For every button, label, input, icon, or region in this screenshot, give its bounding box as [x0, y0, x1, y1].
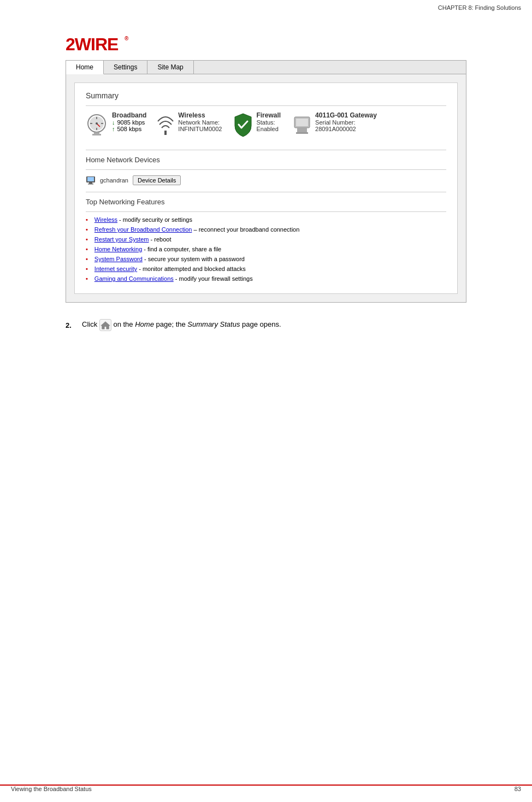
svg-rect-21	[87, 177, 94, 181]
feature-link-gaming[interactable]: Gaming and Communications	[94, 275, 174, 282]
nav-tab-home[interactable]: Home	[66, 61, 104, 74]
device-details-button[interactable]: Device Details	[133, 175, 181, 185]
feature-link-broadband[interactable]: Refresh your Broadband Connection	[94, 226, 192, 233]
step-number: 2.	[66, 321, 76, 329]
firewall-details: Firewall Status: Enabled	[256, 111, 281, 132]
feature-link-wireless[interactable]: Wireless	[94, 216, 117, 223]
features-title: Top Networking Features	[86, 198, 446, 206]
summary-row: Broadband ↓ 9085 kbps ↑ 508 kbps	[86, 111, 446, 141]
gateway-icon	[292, 111, 311, 136]
svg-rect-22	[89, 182, 92, 184]
feature-item-restart: Restart your System - reboot	[86, 236, 446, 243]
footer-left: Viewing the Broadband Status	[11, 786, 92, 792]
svg-rect-18	[297, 128, 307, 132]
features-list: Wireless - modify security or settings R…	[86, 216, 446, 282]
device-computer-icon	[86, 175, 96, 185]
svg-point-9	[96, 122, 98, 125]
firewall-icon	[233, 111, 252, 136]
svg-rect-23	[88, 184, 93, 185]
feature-link-restart[interactable]: Restart your System	[94, 236, 149, 243]
feature-item-broadband: Refresh your Broadband Connection – reco…	[86, 226, 446, 233]
svg-rect-19	[296, 132, 308, 134]
broadband-details: Broadband ↓ 9085 kbps ↑ 508 kbps	[112, 111, 146, 132]
instruction-row: 2. Click on the Home page; the Summary S…	[66, 319, 466, 331]
feature-item-wireless: Wireless - modify security or settings	[86, 216, 446, 223]
main-content: 2WIRE ® Home Settings Site Map Summary	[0, 0, 532, 364]
svg-rect-14	[296, 119, 308, 126]
device-row: gchandran Device Details	[86, 175, 446, 185]
nav-tab-settings[interactable]: Settings	[104, 61, 147, 74]
broadband-item: Broadband ↓ 9085 kbps ↑ 508 kbps	[86, 111, 146, 136]
wireless-details: Wireless Network Name: INFINITUM0002	[178, 111, 222, 132]
svg-rect-12	[164, 131, 167, 135]
browser-content: Summary	[66, 74, 466, 302]
svg-text:2WIRE: 2WIRE	[66, 34, 119, 54]
speed-up: ↑ 508 kbps	[112, 126, 146, 132]
logo: 2WIRE ®	[66, 33, 466, 55]
summary-title: Summary	[86, 91, 446, 100]
feature-item-home-networking: Home Networking - find a computer, share…	[86, 246, 446, 252]
gateway-item: 4011G-001 Gateway Serial Number: 28091A0…	[292, 111, 377, 136]
device-name: gchandran	[100, 177, 128, 184]
speed-down: ↓ 9085 kbps	[112, 119, 146, 126]
chapter-title: CHAPTER 8: Finding Solutions	[438, 4, 521, 11]
svg-marker-24	[101, 322, 110, 329]
svg-rect-11	[92, 134, 101, 135]
feature-item-password: System Password - secure your system wit…	[86, 256, 446, 262]
firewall-item: Firewall Status: Enabled	[233, 111, 281, 136]
nav-tab-sitemap[interactable]: Site Map	[147, 61, 193, 74]
browser-mockup: Home Settings Site Map Summary	[66, 60, 466, 303]
page-footer: Viewing the Broadband Status 83	[0, 785, 532, 792]
logo-svg: 2WIRE ®	[66, 33, 131, 55]
nav-bar: Home Settings Site Map	[66, 61, 466, 74]
inner-panel: Summary	[74, 82, 458, 294]
feature-link-password[interactable]: System Password	[94, 256, 143, 262]
feature-link-security[interactable]: Internet security	[94, 266, 137, 272]
feature-item-gaming: Gaming and Communications - modify your …	[86, 275, 446, 282]
broadband-icon	[86, 111, 108, 136]
footer-right: 83	[515, 786, 521, 792]
page-header: CHAPTER 8: Finding Solutions	[438, 4, 521, 11]
gateway-details: 4011G-001 Gateway Serial Number: 28091A0…	[315, 111, 377, 132]
logo-container: 2WIRE ®	[66, 33, 466, 55]
network-devices-title: Home Network Devices	[86, 156, 446, 164]
wireless-item: Wireless Network Name: INFINITUM0002	[157, 111, 222, 133]
svg-text:®: ®	[125, 36, 129, 42]
feature-item-security: Internet security - monitor attempted an…	[86, 266, 446, 272]
instruction-text: Click on the Home page; the Summary Stat…	[82, 319, 281, 331]
home-button-icon[interactable]	[99, 319, 111, 331]
wireless-icon	[157, 111, 174, 133]
feature-link-home-networking[interactable]: Home Networking	[94, 246, 142, 252]
